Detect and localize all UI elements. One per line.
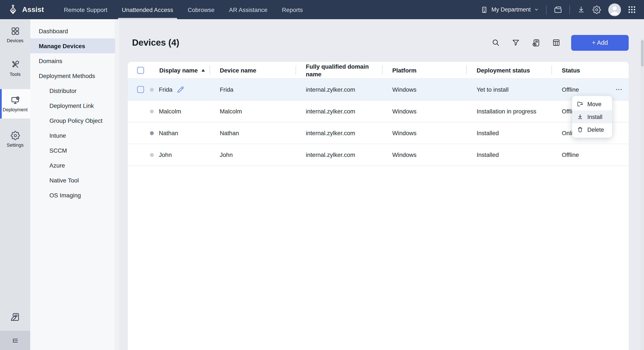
device-name-cell: Malcolm [210,108,296,115]
platform-cell: Windows [382,130,466,136]
feedback-button[interactable] [0,312,30,322]
deployment-monitor-icon [10,96,20,105]
row-more-actions-button[interactable] [615,86,623,93]
deployment-status-cell: Installed [466,130,552,136]
deployment-status-cell: Yet to install [466,86,552,93]
header-platform[interactable]: Platform [382,62,466,79]
manage-columns-button[interactable] [552,38,560,47]
fqdn-cell: internal.zylker.com [296,130,382,136]
column-label[interactable]: Display name [159,67,198,74]
table-row[interactable]: Malcolm Malcolm internal.zylker.com Wind… [128,101,629,122]
sidebar-collapse-toggle[interactable] [0,331,30,350]
module-rail: Devices Tools Deployment [0,19,30,350]
sidebar-item-native-tool[interactable]: Native Tool [30,173,115,188]
fqdn-cell: internal.zylker.com [296,151,382,158]
menu-item-label: Move [587,101,602,107]
menu-item-delete[interactable]: Delete [572,123,612,136]
export-report-button[interactable] [532,38,540,47]
fqdn-cell: internal.zylker.com [296,86,382,93]
menu-item-label: Install [587,114,602,120]
header-deployment-status[interactable]: Deployment status [466,62,552,79]
sidebar-item-deployment-methods[interactable]: Deployment Methods [30,68,115,83]
rail-label: Devices [7,38,24,43]
row-checkbox[interactable] [137,86,144,93]
table-row[interactable]: Frida Frida internal.zylker.com Windows … [128,79,629,101]
assist-app-window: Assist Remote Support Unattended Access … [0,0,644,350]
chevron-down-icon [534,7,539,12]
select-all-checkbox[interactable] [137,67,144,74]
apps-launcher-button[interactable] [628,6,636,13]
rail-item-devices[interactable]: Devices [0,22,30,48]
sidebar-item-dashboard[interactable]: Dashboard [30,24,115,38]
device-display-name: Frida [159,86,172,93]
sidebar-item-group-policy-object[interactable]: Group Policy Object [30,113,115,128]
device-name-cell: Frida [210,86,296,93]
nav-tab-reports[interactable]: Reports [275,0,310,19]
sidebar-item-distributor[interactable]: Distributor [30,83,115,98]
rail-item-deployment[interactable]: Deployment [0,89,30,119]
sidebar-item-azure[interactable]: Azure [30,158,115,173]
sidebar-collapse-icon [11,336,20,345]
app-logo[interactable]: Assist [8,4,44,15]
sidebar-item-intune[interactable]: Intune [30,128,115,143]
downloads-button[interactable] [577,6,585,14]
filter-button[interactable] [512,38,520,47]
header-fqdn[interactable]: Fully qualified domain name [296,62,382,79]
header-status[interactable]: Status [552,62,629,79]
page-header: Devices (4) [128,19,629,62]
sort-ascending-icon[interactable] [202,69,205,71]
device-name-cell: Nathan [210,130,296,136]
rail-label: Deployment [2,107,28,112]
table-row[interactable]: John John internal.zylker.com Windows In… [128,144,629,166]
department-selector[interactable]: My Department [480,6,539,14]
settings-button[interactable] [592,5,601,14]
file-manager-button[interactable] [554,5,562,14]
nav-tab-remote-support[interactable]: Remote Support [57,0,114,19]
device-display-name: Nathan [159,130,178,136]
sidebar-item-deployment-link[interactable]: Deployment Link [30,98,115,113]
header-device-name[interactable]: Device name [210,62,296,79]
sidebar-item-domains[interactable]: Domains [30,53,115,68]
status-dot [150,109,154,113]
status-cell: Offline [562,86,579,93]
settings-gear-icon [10,131,20,140]
status-dot [150,88,154,92]
user-avatar[interactable] [608,3,621,16]
assist-logo-icon [8,4,18,15]
export-document-icon [532,38,540,47]
table-header-row: Display name Device name Fully qualified… [128,62,629,79]
download-icon [577,6,585,14]
sidebar-item-manage-devices[interactable]: Manage Devices [30,38,115,53]
avatar-silhouette-icon [608,3,621,16]
add-device-button[interactable]: + Add [571,35,629,51]
scrollbar-thumb[interactable] [641,40,644,67]
feedback-note-icon [10,312,20,322]
menu-item-install[interactable]: Install [572,110,612,123]
deployment-sidebar: Dashboard Manage Devices Domains Deploym… [30,19,119,350]
status-dot [150,131,154,135]
deployment-status-cell: Installed [466,151,552,158]
menu-item-move[interactable]: Move [572,98,612,110]
header-display-name: Display name [128,62,210,79]
edit-display-name-button[interactable] [177,86,184,93]
search-button[interactable] [492,38,500,47]
rail-item-settings[interactable]: Settings [0,126,30,152]
rail-item-tools[interactable]: Tools [0,56,30,81]
top-navigation-bar: Assist Remote Support Unattended Access … [0,0,644,19]
table-toolbar [492,38,560,47]
table-row[interactable]: Nathan Nathan internal.zylker.com Window… [128,122,629,144]
delete-trash-icon [577,126,584,133]
vertical-scrollbar[interactable] [640,38,644,350]
platform-cell: Windows [382,86,466,93]
nav-tab-unattended-access[interactable]: Unattended Access [114,0,180,19]
page-title: Devices (4) [132,38,179,48]
row-actions-menu: Move Install Delete [572,96,612,138]
nav-tab-ar-assistance[interactable]: AR Assistance [222,0,275,19]
sidebar-item-sccm[interactable]: SCCM [30,143,115,158]
device-display-name: Malcolm [159,108,181,115]
nav-divider [570,5,570,14]
status-dot [150,153,154,157]
nav-tab-cobrowse[interactable]: Cobrowse [180,0,222,19]
sidebar-item-os-imaging[interactable]: OS Imaging [30,188,115,202]
filter-funnel-icon [512,38,520,47]
